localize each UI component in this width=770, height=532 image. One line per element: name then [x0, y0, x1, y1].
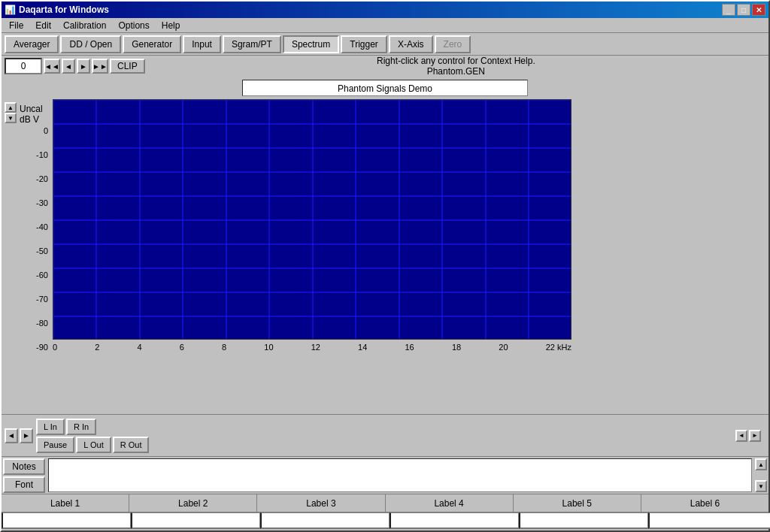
x-tick-8: 16: [405, 343, 414, 352]
averager-button[interactable]: Averager: [5, 35, 59, 53]
y-tick-0: 0: [2, 126, 53, 150]
r-out-button[interactable]: R Out: [113, 437, 150, 453]
menu-file[interactable]: File: [3, 19, 29, 32]
y-tick-3: -30: [2, 198, 53, 222]
notes-scroll-up[interactable]: ▲: [755, 458, 767, 470]
menu-options[interactable]: Options: [112, 19, 155, 32]
scroll-left-arrow[interactable]: ◄: [735, 430, 747, 442]
nav-prev-button[interactable]: ◄: [62, 59, 75, 74]
r-in-button[interactable]: R In: [66, 419, 96, 435]
menu-help[interactable]: Help: [156, 19, 186, 32]
input-button[interactable]: Input: [183, 35, 221, 53]
x-tick-3: 6: [180, 343, 184, 352]
trigger-button[interactable]: Trigger: [341, 35, 387, 53]
l-out-button[interactable]: L Out: [76, 437, 111, 453]
label-input-2[interactable]: [131, 512, 260, 529]
y-tick-5: -50: [2, 246, 53, 271]
label-input-1[interactable]: [2, 512, 131, 529]
dd-open-button[interactable]: DD / Open: [60, 35, 121, 53]
label-header-3: Label 3: [257, 494, 385, 512]
x-tick-1: 2: [95, 343, 99, 352]
y-tick-7: -70: [2, 295, 53, 319]
x-tick-11: 22 kHz: [546, 343, 571, 352]
label-input-5[interactable]: [519, 512, 648, 529]
sgram-pt-button[interactable]: Sgram/PT: [223, 35, 281, 53]
nav-first-button[interactable]: ◄◄: [44, 59, 60, 74]
y-down-arrow[interactable]: ▼: [5, 113, 17, 123]
phantom-gen-label: Phantom.GEN: [147, 66, 765, 77]
notes-button[interactable]: Notes: [3, 458, 45, 475]
label-header-5: Label 5: [514, 494, 641, 512]
chart-display: [53, 99, 571, 340]
x-tick-0: 0: [53, 343, 57, 352]
window-title: Daqarta for Windows: [19, 5, 109, 15]
y-tick-1: -10: [2, 150, 53, 174]
scroll-right-arrow[interactable]: ►: [749, 430, 761, 442]
l-in-button[interactable]: L In: [36, 419, 65, 435]
label-header-6: Label 6: [641, 494, 768, 512]
app-icon: 📊: [5, 5, 16, 15]
menu-edit[interactable]: Edit: [29, 19, 57, 32]
x-tick-4: 8: [222, 343, 226, 352]
x-tick-10: 20: [499, 343, 508, 352]
close-button[interactable]: ✕: [752, 4, 765, 16]
y-up-arrow[interactable]: ▲: [5, 102, 17, 113]
y-axis-label-block: Uncal dB V: [20, 104, 43, 125]
generator-button[interactable]: Generator: [123, 35, 181, 53]
label-input-3[interactable]: [260, 512, 390, 529]
y-tick-6: -60: [2, 271, 53, 295]
ch-nav-left[interactable]: ◄: [5, 428, 18, 443]
x-tick-6: 12: [311, 343, 320, 352]
label-header-2: Label 2: [129, 494, 257, 512]
x-axis-button[interactable]: X-Axis: [389, 35, 433, 53]
value-display: 0: [5, 58, 42, 74]
chart-title: Phantom Signals Demo: [242, 80, 528, 96]
menu-calibration[interactable]: Calibration: [57, 19, 112, 32]
maximize-button[interactable]: □: [737, 4, 750, 16]
nav-next-button[interactable]: ►: [77, 59, 90, 74]
y-tick-9: -90: [2, 343, 53, 367]
y-tick-8: -80: [2, 319, 53, 343]
notes-scroll-down[interactable]: ▼: [755, 480, 767, 492]
x-tick-2: 4: [138, 343, 142, 352]
clip-button[interactable]: CLIP: [110, 59, 145, 74]
info-line1: Right-click any control for Context Help…: [147, 56, 765, 66]
x-tick-5: 10: [264, 343, 273, 352]
spectrum-button[interactable]: Spectrum: [283, 35, 339, 53]
y-tick-4: -40: [2, 222, 53, 246]
label-input-6[interactable]: [648, 512, 770, 529]
font-button[interactable]: Font: [3, 476, 45, 493]
notes-textarea[interactable]: [48, 458, 752, 492]
nav-last-button[interactable]: ►►: [92, 59, 108, 74]
y-label-unit: dB V: [20, 114, 39, 125]
minimize-button[interactable]: _: [722, 4, 735, 16]
label-input-4[interactable]: [390, 512, 519, 529]
zero-button[interactable]: Zero: [435, 35, 471, 53]
ch-nav-right[interactable]: ►: [20, 428, 33, 443]
y-tick-2: -20: [2, 174, 53, 198]
y-label-uncal: Uncal: [20, 104, 43, 114]
pause-button[interactable]: Pause: [36, 437, 74, 453]
label-header-4: Label 4: [386, 494, 514, 512]
x-tick-7: 14: [358, 343, 367, 352]
info-area: Right-click any control for Context Help…: [147, 56, 765, 77]
x-tick-9: 18: [452, 343, 461, 352]
label-header-1: Label 1: [2, 494, 129, 512]
